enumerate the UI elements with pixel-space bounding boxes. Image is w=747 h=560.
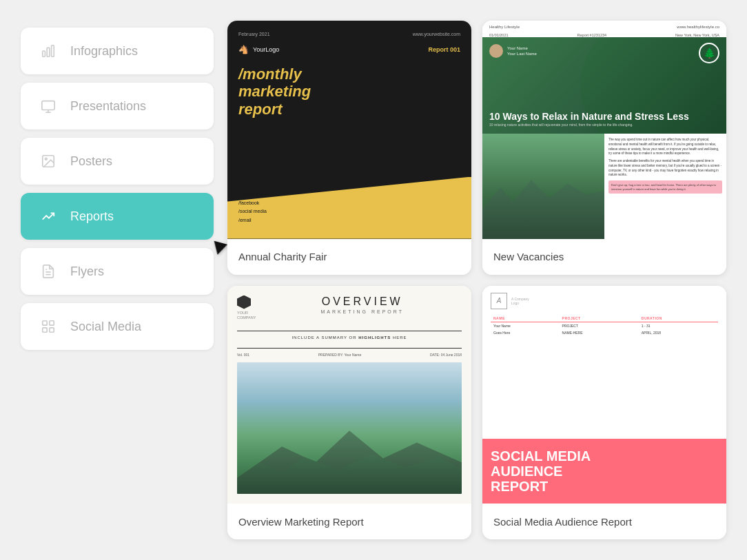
trend-up-icon (37, 205, 59, 227)
sidebar-item-presentations[interactable]: Presentations (21, 83, 214, 129)
template-card-3-preview: YOURCOMPANY OVERVIEW MARKETING REPORT IN… (227, 286, 471, 504)
card1-report-label: Report 001 (428, 46, 460, 53)
card4-table-header-project: PROJECT (560, 315, 639, 322)
card2-green-section: Your NameYour Last Name 🌲 10 Ways to Rel… (482, 37, 726, 134)
card3-divider-2 (237, 348, 462, 349)
card1-channel-3: /social media (238, 207, 267, 216)
card2-name: Your NameYour Last Name (507, 45, 537, 57)
table-row: Your Name PROJECT 1 - 31 (491, 322, 718, 329)
svg-rect-2 (52, 45, 54, 57)
card2-header-bar: Healthy Lifestyle www.healthylifestyle.c… (482, 21, 726, 33)
card1-logo-icon: 🐴 (238, 45, 249, 54)
card4-big-title: SOCIAL MEDIA AUDIENCE REPORT (491, 448, 718, 494)
image-icon (37, 150, 59, 172)
content-area: February 2021 www.yourwebsite.com 🐴 Your… (227, 21, 726, 539)
template-card-2[interactable]: Healthy Lifestyle www.healthylifestyle.c… (482, 21, 726, 275)
svg-rect-12 (43, 328, 47, 332)
card3-divider (237, 331, 462, 331)
template-card-1-title: Annual Charity Fair (238, 251, 327, 262)
sidebar-item-social-media-label: Social Media (70, 320, 141, 334)
card4-table-header-name: NAME (491, 315, 560, 322)
card2-pink-box: Don't give up, hug a tree or two, and he… (608, 180, 722, 194)
card1-channel-4: /email (238, 216, 267, 225)
card4-a-logo: A (491, 293, 507, 309)
sidebar-item-flyers-label: Flyers (70, 265, 104, 279)
card2-avatar (489, 44, 503, 58)
card1-channel-1: /google ads (238, 190, 267, 199)
template-card-2-preview: Healthy Lifestyle www.healthylifestyle.c… (482, 21, 726, 239)
main-container: Infographics Presentations P (0, 0, 747, 560)
template-card-2-footer: New Vacancies (482, 239, 726, 275)
card1-title: /monthly marketing report (238, 65, 460, 118)
sidebar-item-infographics-label: Infographics (70, 44, 138, 59)
card4-pink-section: SOCIAL MEDIA AUDIENCE REPORT (482, 439, 726, 504)
sidebar-item-reports[interactable]: Reports (21, 193, 214, 240)
card1-header: February 2021 www.yourwebsite.com (238, 32, 460, 37)
template-card-3-title: Overview Marketing Report (238, 516, 364, 528)
sidebar-item-posters-label: Posters (70, 154, 112, 169)
card2-tree-icon: 🌲 (699, 43, 719, 63)
svg-point-7 (45, 158, 47, 160)
card2-text-section: The way you spend time out in nature can… (604, 134, 726, 239)
card4-header-row: A A CompanyLogo (491, 293, 718, 309)
table-row: Goes Here NAME-HERE APRIL, 2018 (491, 329, 718, 336)
sidebar-item-infographics[interactable]: Infographics (21, 28, 214, 74)
sidebar-item-reports-label: Reports (70, 209, 114, 224)
card1-date: February 2021 (238, 32, 270, 37)
card1-channels: /google ads /facebook /social media /ema… (238, 190, 267, 225)
card4-top: A A CompanyLogo NAME PROJECT DURATION (482, 286, 726, 439)
social-media-icon (37, 315, 59, 338)
svg-rect-3 (42, 101, 54, 110)
card3-meta-row: Vol. 001 PREPARED BY: Your Name DATE: 04… (237, 353, 462, 357)
svg-rect-0 (43, 51, 45, 56)
presentation-icon (37, 95, 59, 117)
card3-summary: INCLUDE A SUMMARY OR HIGHLIGHTS HERE (237, 335, 462, 340)
sidebar-item-social-media[interactable]: Social Media (21, 303, 214, 350)
card3-content: YOURCOMPANY OVERVIEW MARKETING REPORT IN… (227, 286, 471, 504)
card4-content: A A CompanyLogo NAME PROJECT DURATION (482, 286, 726, 504)
template-card-1-footer: Annual Charity Fair (227, 239, 471, 275)
template-card-1-preview: February 2021 www.yourwebsite.com 🐴 Your… (227, 21, 471, 239)
template-card-3[interactable]: YOURCOMPANY OVERVIEW MARKETING REPORT IN… (227, 286, 471, 540)
card3-overview: OVERVIEW (263, 295, 462, 308)
card4-company: A CompanyLogo (511, 297, 529, 305)
card1-url: www.yourwebsite.com (413, 32, 460, 37)
sidebar-item-posters[interactable]: Posters (21, 138, 214, 185)
svg-rect-10 (43, 321, 47, 325)
card3-title-center: OVERVIEW MARKETING REPORT (263, 295, 462, 314)
card4-table: NAME PROJECT DURATION Your Name PROJECT … (491, 315, 718, 336)
chart-bar-icon (37, 40, 59, 62)
sidebar-item-flyers[interactable]: Flyers (21, 248, 214, 295)
card1-content: February 2021 www.yourwebsite.com 🐴 Your… (227, 21, 471, 239)
card1-channel-2: /facebook (238, 199, 267, 208)
svg-rect-11 (50, 321, 54, 325)
svg-rect-1 (47, 48, 50, 56)
card4-table-header-duration: DURATION (639, 315, 718, 322)
flyer-icon (37, 260, 59, 282)
template-card-4-preview: A A CompanyLogo NAME PROJECT DURATION (482, 286, 726, 504)
card3-logo-text: YOURCOMPANY (237, 311, 256, 321)
card1-logo-text: YourLogo (253, 46, 279, 53)
card1-logo-area: 🐴 YourLogo Report 001 (238, 45, 460, 54)
card3-header-row: YOURCOMPANY OVERVIEW MARKETING REPORT (237, 295, 462, 321)
template-card-1[interactable]: February 2021 www.yourwebsite.com 🐴 Your… (227, 21, 471, 275)
template-card-2-title: New Vacancies (493, 251, 564, 262)
sidebar-item-presentations-label: Presentations (70, 99, 146, 114)
template-card-4-title: Social Media Audience Report (493, 516, 632, 528)
card3-forest-image (237, 362, 462, 494)
card3-marketing: MARKETING REPORT (263, 309, 462, 314)
sidebar: Infographics Presentations P (21, 21, 214, 539)
card2-content: Healthy Lifestyle www.healthylifestyle.c… (482, 21, 726, 239)
template-card-4-footer: Social Media Audience Report (482, 504, 726, 539)
template-card-4[interactable]: A A CompanyLogo NAME PROJECT DURATION (482, 286, 726, 540)
svg-rect-13 (50, 328, 54, 332)
card3-hex-icon (237, 295, 251, 309)
card2-profile: Your NameYour Last Name (489, 44, 537, 58)
card2-big-title: 10 Ways to Relax in Nature and Stress Le… (489, 111, 689, 127)
card2-forest-image (482, 134, 604, 239)
template-card-3-footer: Overview Marketing Report (227, 504, 471, 539)
card2-forest-section: The way you spend time out in nature can… (482, 134, 726, 239)
